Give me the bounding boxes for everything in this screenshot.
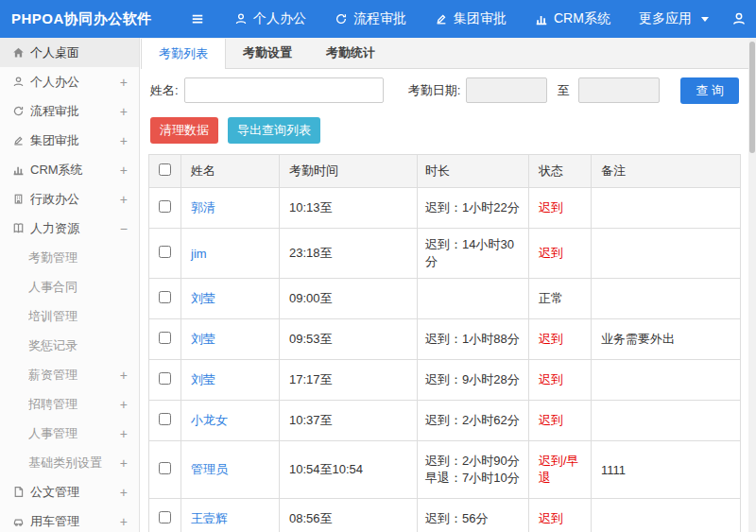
header-duration: 时长	[418, 155, 529, 188]
chart-icon	[535, 12, 548, 26]
row-checkbox[interactable]	[159, 200, 171, 213]
remark-cell	[592, 229, 741, 279]
expand-toggle[interactable]: +	[120, 192, 128, 207]
nav-crm-system[interactable]: CRM系统	[535, 10, 610, 27]
employee-name-link[interactable]: 管理员	[191, 462, 228, 476]
expand-toggle[interactable]: −	[120, 221, 128, 236]
user-avatar-icon[interactable]	[731, 11, 747, 26]
sidebar-item-label: 考勤管理	[28, 249, 128, 266]
duration-cell: 迟到：14小时30分	[418, 229, 529, 279]
employee-name-link[interactable]: 刘莹	[191, 372, 215, 386]
status-badge: 迟到	[539, 511, 563, 525]
hamburger-icon[interactable]	[185, 7, 210, 31]
car-icon	[12, 515, 30, 527]
sidebar-item-salary-mgmt[interactable]: 薪资管理 +	[0, 360, 139, 389]
tab-attendance-list[interactable]: 考勤列表	[141, 39, 226, 69]
name-filter-input[interactable]	[184, 77, 384, 103]
nav-label: 更多应用	[639, 10, 692, 27]
sidebar-item-label: 培训管理	[28, 308, 128, 325]
time-cell: 17:17至	[280, 360, 418, 401]
expand-toggle[interactable]: +	[120, 397, 128, 412]
remark-cell	[592, 188, 741, 229]
expand-toggle[interactable]: +	[120, 514, 128, 529]
sidebar-item-base-category-settings[interactable]: 基础类别设置 +	[0, 448, 139, 477]
employee-name-link[interactable]: jim	[191, 247, 207, 261]
expand-toggle[interactable]: +	[120, 75, 128, 90]
row-checkbox[interactable]	[159, 413, 171, 425]
duration-line: 迟到：56分	[425, 510, 523, 527]
employee-name-link[interactable]: 刘莹	[191, 332, 215, 346]
table-row: 管理员 10:54至10:54 迟到：2小时90分 早退：7小时10分 迟到/早…	[149, 441, 741, 499]
process-icon	[335, 12, 348, 26]
expand-toggle[interactable]: +	[120, 368, 128, 383]
expand-toggle[interactable]: +	[120, 133, 128, 148]
process-icon	[12, 105, 30, 117]
sidebar-item-label: 人事管理	[28, 425, 120, 442]
expand-toggle[interactable]: +	[120, 163, 128, 178]
employee-name-link[interactable]: 王壹辉	[191, 511, 228, 525]
row-checkbox[interactable]	[159, 511, 171, 523]
sidebar-item-document-mgmt[interactable]: 公文管理 +	[0, 477, 139, 506]
nav-process-approval[interactable]: 流程审批	[335, 10, 406, 27]
table-row: 刘莹 09:00至 正常	[149, 279, 741, 319]
remark-cell: 1111	[592, 441, 741, 499]
sidebar-item-recruit-mgmt[interactable]: 招聘管理 +	[0, 389, 139, 419]
select-all-checkbox[interactable]	[159, 163, 171, 176]
export-list-button[interactable]: 导出查询列表	[228, 117, 320, 144]
user-icon	[12, 76, 30, 88]
edit-icon	[12, 134, 30, 146]
sidebar-item-label: 人力资源	[30, 220, 120, 237]
row-checkbox[interactable]	[159, 372, 171, 385]
date-to-input[interactable]	[578, 77, 660, 103]
scrollbar-thumb[interactable]	[749, 42, 755, 153]
date-from-input[interactable]	[466, 77, 547, 103]
sidebar-item-process-approval[interactable]: 流程审批 +	[0, 96, 139, 126]
row-checkbox[interactable]	[159, 462, 171, 474]
nav-label: CRM系统	[554, 10, 610, 27]
sidebar-item-vehicle-mgmt[interactable]: 用车管理 +	[0, 506, 139, 532]
sidebar-item-hr-contract[interactable]: 人事合同	[0, 272, 139, 301]
nav-more-apps[interactable]: 更多应用	[639, 10, 709, 27]
tab-attendance-settings[interactable]: 考勤设置	[226, 38, 309, 68]
sidebar-item-admin-office[interactable]: 行政办公 +	[0, 184, 139, 214]
duration-line: 迟到：9小时28分	[425, 371, 523, 388]
row-checkbox[interactable]	[159, 332, 171, 344]
employee-name-link[interactable]: 郭清	[191, 200, 215, 215]
row-checkbox[interactable]	[159, 291, 171, 303]
expand-toggle[interactable]: +	[120, 485, 128, 500]
sidebar-item-crm-system[interactable]: CRM系统 +	[0, 155, 139, 184]
sidebar-item-label: CRM系统	[30, 162, 120, 179]
expand-toggle[interactable]: +	[120, 455, 128, 471]
sidebar-item-training-mgmt[interactable]: 培训管理	[0, 301, 139, 331]
sidebar-item-group-approval[interactable]: 集团审批 +	[0, 126, 139, 155]
table-row: 王壹辉 08:56至 迟到：56分 迟到	[149, 499, 741, 532]
sidebar-item-attendance-mgmt[interactable]: 考勤管理	[0, 243, 139, 272]
search-button[interactable]: 查 询	[680, 77, 739, 104]
employee-name-link[interactable]: 刘莹	[191, 291, 215, 305]
edit-icon	[435, 12, 448, 26]
duration-cell: 迟到：2小时90分 早退：7小时10分	[418, 441, 529, 499]
nav-personal-office[interactable]: 个人办公	[234, 10, 306, 27]
expand-toggle[interactable]: +	[120, 104, 128, 119]
remark-cell: 业务需要外出	[592, 319, 741, 360]
topbar: PHPOA协同办公软件 个人办公 流程审批 集团审批	[0, 0, 756, 38]
clear-data-button[interactable]: 清理数据	[150, 117, 218, 144]
filter-bar: 姓名: 考勤日期: 至 查 询	[141, 69, 748, 112]
remark-cell	[592, 360, 741, 401]
duration-line: 早退：7小时10分	[425, 470, 523, 487]
nav-group-approval[interactable]: 集团审批	[435, 10, 507, 27]
time-cell: 10:37至	[280, 401, 418, 441]
employee-name-link[interactable]: 小龙女	[191, 413, 228, 427]
sidebar-item-hr[interactable]: 人力资源 −	[0, 214, 139, 243]
row-checkbox[interactable]	[159, 246, 171, 258]
page-scrollbar[interactable]	[748, 38, 756, 532]
sidebar-item-personnel-mgmt[interactable]: 人事管理 +	[0, 419, 139, 448]
sidebar-item-personal-desktop[interactable]: 个人桌面	[0, 38, 139, 67]
expand-toggle[interactable]: +	[120, 426, 128, 441]
time-cell: 09:00至	[280, 279, 418, 319]
header-status: 状态	[529, 155, 592, 188]
sidebar-item-reward-punishment[interactable]: 奖惩记录	[0, 331, 139, 360]
status-badge: 迟到/早退	[539, 454, 579, 485]
tab-attendance-stats[interactable]: 考勤统计	[309, 38, 392, 68]
sidebar-item-personal-office[interactable]: 个人办公 +	[0, 67, 139, 96]
